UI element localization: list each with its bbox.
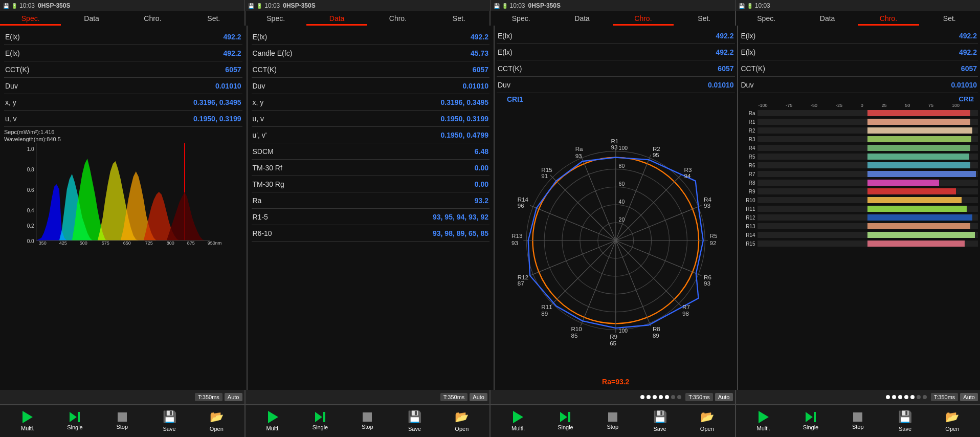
multi-btn-1[interactable]: Multi. bbox=[15, 411, 40, 431]
value-p1-cct: 6057 bbox=[225, 65, 241, 74]
stop-label-1: Stop bbox=[116, 424, 128, 430]
label-p3-duv: Duv bbox=[498, 81, 510, 89]
stop-icon-1 bbox=[118, 412, 127, 422]
svg-text:89: 89 bbox=[541, 310, 548, 317]
value-p4-cct: 6057 bbox=[961, 64, 977, 73]
save-btn-1[interactable]: 💾 Save bbox=[157, 410, 182, 432]
tab-chro-2[interactable]: Chro. bbox=[367, 11, 428, 26]
tab-set-1[interactable]: Set. bbox=[183, 11, 244, 26]
cri2-bar-row-r3: R3 bbox=[740, 135, 978, 143]
open-btn-3[interactable]: 📂 Open bbox=[694, 410, 720, 432]
tab-data-3[interactable]: Data bbox=[551, 11, 612, 26]
multi-btn-3[interactable]: Multi. bbox=[505, 411, 531, 431]
cri2-label-r8: R8 bbox=[740, 180, 755, 186]
save-btn-3[interactable]: 💾 Save bbox=[647, 410, 673, 432]
cri2-bar-row-ra: Ra bbox=[740, 109, 978, 117]
status-auto-2[interactable]: Auto bbox=[470, 393, 487, 401]
multi-btn-4[interactable]: Multi. bbox=[751, 411, 776, 431]
stop-btn-4[interactable]: Stop bbox=[845, 412, 871, 430]
tab-chro-1[interactable]: Chro. bbox=[122, 11, 183, 26]
battery-icon-2: 🔋 bbox=[256, 3, 262, 9]
cri2-track-ra bbox=[758, 110, 978, 116]
value-p4-elx2: 492.2 bbox=[959, 48, 977, 56]
spectrum-chart: 1.0 0.8 0.6 0.4 0.2 0.0 350 425 500 575 … bbox=[4, 143, 242, 246]
dot-3-1 bbox=[640, 395, 644, 399]
tab-set-3[interactable]: Set. bbox=[674, 11, 734, 26]
scale-25: 25 bbox=[881, 103, 886, 108]
status-auto-1[interactable]: Auto bbox=[225, 393, 242, 401]
single-btn-4[interactable]: Single bbox=[798, 412, 823, 430]
top-bar-section-1: 💾 🔋 10:03 0HSP-350S bbox=[0, 0, 245, 11]
label-p1-uv: u, v bbox=[5, 115, 17, 123]
spectrum-sepc: Sepc(mW/m²):1.416 bbox=[4, 129, 242, 135]
value-p1-uv: 0.1950, 0.3199 bbox=[193, 115, 241, 123]
floppy-icon-4: 💾 bbox=[739, 3, 745, 9]
label-p1-cct: CCT(K) bbox=[5, 65, 29, 74]
svg-text:650: 650 bbox=[123, 241, 131, 246]
tab-data-2[interactable]: Data bbox=[306, 11, 367, 26]
data-row-p1-elx2: E(lx) 492.2 bbox=[4, 45, 242, 61]
cri2-track-r5 bbox=[758, 154, 978, 160]
tab-set-2[interactable]: Set. bbox=[429, 11, 489, 26]
tab-data-4[interactable]: Data bbox=[797, 11, 858, 26]
tab-data-1[interactable]: Data bbox=[61, 11, 122, 26]
cri2-bar-row-r14: R14 bbox=[740, 231, 978, 239]
data-row-p4-elx1: E(lx) 492.2 bbox=[740, 28, 978, 44]
spectrum-wavelength: Wavelength(nm):840.5 bbox=[4, 136, 242, 142]
open-btn-4[interactable]: 📂 Open bbox=[940, 410, 965, 432]
open-btn-2[interactable]: 📂 Open bbox=[449, 410, 475, 432]
label-p2-uv: u, v bbox=[253, 115, 264, 123]
open-btn-1[interactable]: 📂 Open bbox=[204, 410, 229, 432]
skip-icon-2 bbox=[315, 412, 325, 422]
dot-4-5 bbox=[910, 395, 915, 399]
cri2-fill-r4 bbox=[867, 145, 970, 151]
save-btn-4[interactable]: 💾 Save bbox=[893, 410, 918, 432]
svg-text:95: 95 bbox=[653, 151, 659, 158]
single-btn-2[interactable]: Single bbox=[307, 412, 333, 430]
tab-spec-3[interactable]: Spec. bbox=[491, 11, 551, 26]
single-btn-3[interactable]: Single bbox=[552, 412, 578, 430]
svg-text:725: 725 bbox=[145, 241, 153, 246]
multi-btn-2[interactable]: Multi. bbox=[260, 411, 286, 431]
svg-text:Ra: Ra bbox=[575, 145, 583, 152]
scale-neg50: -50 bbox=[811, 103, 817, 108]
single-btn-1[interactable]: Single bbox=[62, 412, 87, 430]
toolbar-group-4: Multi. Single Stop 💾 Save 📂 Open bbox=[736, 405, 981, 437]
cri2-label-ra: Ra bbox=[740, 111, 755, 116]
value-p2-tm30rf: 0.00 bbox=[475, 164, 488, 172]
label-p2-cct: CCT(K) bbox=[253, 65, 277, 74]
cri2-bar-row-r9: R9 bbox=[740, 187, 978, 195]
cri2-bar-row-r8: R8 bbox=[740, 179, 978, 187]
label-p4-cct: CCT(K) bbox=[741, 64, 765, 73]
cri2-bar-row-r12: R12 bbox=[740, 213, 978, 222]
stop-icon-4 bbox=[853, 412, 862, 422]
svg-text:R10: R10 bbox=[571, 325, 582, 332]
save-btn-2[interactable]: 💾 Save bbox=[402, 410, 428, 432]
tab-chro-3[interactable]: Chro. bbox=[613, 11, 674, 26]
stop-btn-2[interactable]: Stop bbox=[354, 412, 380, 430]
tab-chro-4[interactable]: Chro. bbox=[858, 11, 919, 26]
tab-spec-2[interactable]: Spec. bbox=[246, 11, 306, 26]
toolbar-group-3: Multi. Single Stop 💾 Save 📂 Open bbox=[491, 405, 736, 437]
tab-spec-4[interactable]: Spec. bbox=[736, 11, 797, 26]
status-section-2: T:350ms Auto bbox=[246, 390, 491, 404]
tab-spec-1[interactable]: Spec. bbox=[0, 11, 61, 26]
svg-line-38 bbox=[616, 241, 651, 326]
data-row-p2-r610: R6-10 93, 98, 89, 65, 85 bbox=[252, 225, 490, 242]
tab-set-4[interactable]: Set. bbox=[919, 11, 980, 26]
tab-group-1: Spec. Data Chro. Set. bbox=[0, 11, 246, 26]
svg-text:89: 89 bbox=[653, 332, 659, 339]
value-p1-xy: 0.3196, 0.3495 bbox=[193, 98, 241, 106]
dot-4-7 bbox=[923, 395, 927, 399]
status-auto-3[interactable]: Auto bbox=[715, 393, 733, 401]
data-row-p2-candle: Candle E(fc) 45.73 bbox=[252, 45, 490, 61]
cri2-track-r3 bbox=[758, 136, 978, 142]
cri2-track-r6 bbox=[758, 162, 978, 168]
stop-btn-3[interactable]: Stop bbox=[600, 412, 626, 430]
svg-line-42 bbox=[530, 241, 616, 276]
stop-btn-1[interactable]: Stop bbox=[109, 412, 135, 430]
status-time-3: T:350ms bbox=[685, 393, 713, 401]
panel-4: E(lx) 492.2 E(lx) 492.2 CCT(K) 6057 Duv … bbox=[738, 26, 981, 390]
status-auto-4[interactable]: Auto bbox=[960, 393, 978, 401]
single-label-1: Single bbox=[67, 424, 83, 430]
